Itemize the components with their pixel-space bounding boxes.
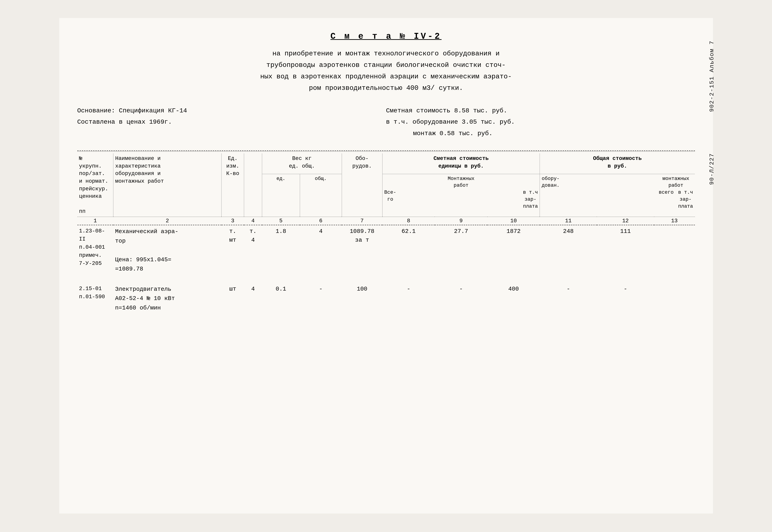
row1-col13 — [654, 225, 695, 276]
title-block: С м е т а № IV-2 на приобретение и монта… — [77, 32, 695, 94]
row2-unit: шт — [222, 276, 244, 315]
table-row: 1.23-08-II п.04-001 примеч. 7-У-205 Меха… — [77, 225, 695, 276]
col-num-6: 6 — [300, 217, 342, 225]
table-col-nums-row: 1 2 3 4 5 6 7 8 9 10 11 12 13 — [77, 217, 695, 225]
header-montaj-span: Монтажных работ Все-го в т.чзар-плата — [382, 174, 540, 217]
row2-col13 — [654, 276, 695, 315]
cost-equip: в т.ч. оборудование 3.05 тыс. руб. — [386, 116, 695, 128]
col-num-10: 10 — [487, 217, 540, 225]
row1-weight-total: 4 — [300, 225, 342, 276]
table-border-top — [77, 150, 695, 151]
row1-id: 1.23-08-II п.04-001 примеч. 7-У-205 — [77, 225, 113, 276]
row1-price: 1089.78за т — [342, 225, 382, 276]
main-title: С м е т а № IV-2 — [77, 32, 695, 41]
table-border-top2 — [77, 151, 695, 152]
subtitle-line4: ром производительностью 400 м3/ сутки. — [77, 82, 695, 94]
row1-total-labor-all: 248 — [540, 225, 597, 276]
row1-total-labor-wage: 111 — [597, 225, 654, 276]
basis-section: Основание: Спецификация КГ-14 Составлена… — [77, 105, 695, 139]
basis-right: Сметная стоимость 8.58 тыс. руб. в т.ч. … — [386, 105, 695, 139]
header-col-qty — [244, 153, 262, 217]
row2-weight-total: - — [300, 276, 342, 315]
row1-qty: т. 4 — [244, 225, 262, 276]
cost-label: Сметная стоимость 8.58 тыс. руб. — [386, 105, 695, 116]
col-num-2: 2 — [113, 217, 222, 225]
header-col-price: Обо- рудов. — [342, 153, 382, 217]
main-table: №укрупн. пор/зат. и нормат. прейскур. це… — [77, 153, 695, 315]
row2-name: Электродвигатель А02-52-4 № 10 кВт n=146… — [113, 276, 222, 315]
row2-labor-wage: - — [435, 276, 487, 315]
col-num-4: 4 — [244, 217, 262, 225]
col-num-5: 5 — [262, 217, 300, 225]
row1-labor-wage: 27.7 — [435, 225, 487, 276]
row2-price: 100 — [342, 276, 382, 315]
col-num-13: 13 — [654, 217, 695, 225]
basis-label: Основание: Спецификация КГ-14 — [77, 105, 355, 116]
row1-total-equip: 1872 — [487, 225, 540, 276]
header-col-unit: Ед. изм. К-во — [222, 153, 244, 217]
row1-name: Механический аэра- тор Цена: 995x1.045= … — [113, 225, 222, 276]
table-header-row: №укрупн. пор/зат. и нормат. прейскур. це… — [77, 153, 695, 174]
subtitle-line2: трубопроводы аэротенков станции биологич… — [77, 59, 695, 71]
row2-id: 2.15-01 п.01-590 — [77, 276, 113, 315]
subtitle-line1: на приобретение и монтаж технологическог… — [77, 48, 695, 59]
header-total-sub: обору-дован. монтажных работ всегов т.чз… — [540, 174, 695, 217]
page: 902-2-151 Альбом 7 90-Л/227 С м е т а № … — [59, 18, 713, 514]
side-label-right: 902-2-151 Альбом 7 — [708, 41, 715, 112]
row1-weight-unit: 1.8 — [262, 225, 300, 276]
header-weight-total: общ. — [300, 174, 342, 217]
col-num-1: 1 — [77, 217, 113, 225]
col-num-11: 11 — [540, 217, 597, 225]
row2-qty: 4 — [244, 276, 262, 315]
col-num-9: 9 — [435, 217, 487, 225]
header-col-weight-span: Вес кг ед. общ. — [262, 153, 342, 174]
col-num-8: 8 — [382, 217, 435, 225]
subtitle-line3: ных вод в аэротенках продленной аэрации … — [77, 71, 695, 82]
subtitle: на приобретение и монтаж технологическог… — [77, 48, 695, 94]
row1-labor-all: 62.1 — [382, 225, 435, 276]
table-container: №укрупн. пор/зат. и нормат. прейскур. це… — [77, 150, 695, 315]
header-smet-span: Сметная стоимостьединицы в руб. — [382, 153, 540, 174]
row2-labor-all: - — [382, 276, 435, 315]
header-weight-unit: ед. — [262, 174, 300, 217]
side-label-right2: 90-Л/227 — [708, 153, 715, 185]
row1-unit: т. мт — [222, 225, 244, 276]
col-num-12: 12 — [597, 217, 654, 225]
basis-left: Основание: Спецификация КГ-14 Составлена… — [77, 105, 355, 139]
row2-total-labor-all: - — [540, 276, 597, 315]
col-num-7: 7 — [342, 217, 382, 225]
row2-weight-unit: 0.1 — [262, 276, 300, 315]
basis-year: Составлена в ценах 1969г. — [77, 116, 355, 128]
header-total-span: Общая стоимостьв руб. — [540, 153, 695, 174]
table-row: 2.15-01 п.01-590 Электродвигатель А02-52… — [77, 276, 695, 315]
cost-install: монтаж 0.58 тыс. руб. — [386, 128, 695, 139]
col-num-3: 3 — [222, 217, 244, 225]
row2-total-equip: 400 — [487, 276, 540, 315]
header-col-name: Наименование и характеристика оборудован… — [113, 153, 222, 217]
header-col-id: №укрупн. пор/зат. и нормат. прейскур. це… — [77, 153, 113, 217]
row2-total-labor-wage: - — [597, 276, 654, 315]
